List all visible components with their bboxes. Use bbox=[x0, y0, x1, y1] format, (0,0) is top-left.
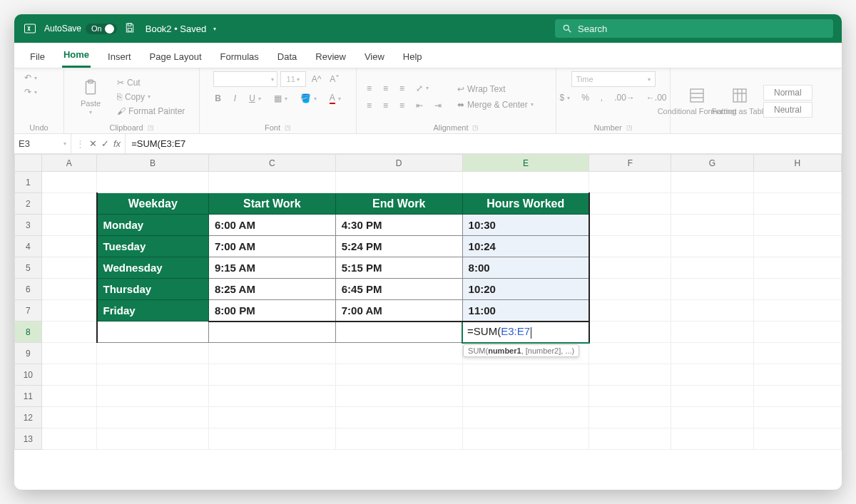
row-header-4[interactable]: 4 bbox=[15, 236, 42, 257]
cell-F4[interactable] bbox=[589, 236, 671, 257]
cell-B3[interactable]: Monday bbox=[97, 215, 209, 236]
cell-H7[interactable] bbox=[753, 300, 842, 322]
search-input[interactable]: Search bbox=[555, 19, 833, 38]
paste-button[interactable]: Paste ▾ bbox=[71, 76, 110, 117]
cell-E11[interactable] bbox=[462, 386, 589, 407]
cell-E2[interactable]: Hours Worked bbox=[462, 193, 589, 215]
align-top-icon[interactable]: ≡ bbox=[364, 82, 374, 95]
row-header-2[interactable]: 2 bbox=[15, 193, 42, 215]
row-header-3[interactable]: 3 bbox=[15, 215, 42, 236]
decrease-font-icon[interactable]: A˅ bbox=[327, 73, 342, 86]
cell-H10[interactable] bbox=[753, 364, 842, 386]
accounting-format-icon[interactable]: $▾ bbox=[556, 91, 573, 104]
cell-B10[interactable] bbox=[97, 364, 209, 386]
cell-A8[interactable] bbox=[41, 322, 96, 343]
cell-G2[interactable] bbox=[671, 193, 753, 215]
font-size-select[interactable]: 11▾ bbox=[280, 71, 306, 87]
col-header-C[interactable]: C bbox=[208, 155, 335, 172]
select-all-corner[interactable] bbox=[15, 155, 42, 172]
cell-B12[interactable] bbox=[97, 407, 209, 428]
cell-B4[interactable]: Tuesday bbox=[97, 236, 209, 257]
increase-font-icon[interactable]: A^ bbox=[309, 73, 325, 86]
row-header-9[interactable]: 9 bbox=[15, 343, 42, 364]
col-header-B[interactable]: B bbox=[97, 155, 209, 172]
cell-H8[interactable] bbox=[753, 322, 842, 343]
style-normal[interactable]: Normal bbox=[763, 85, 812, 101]
cell-H9[interactable] bbox=[753, 343, 842, 364]
cell-G4[interactable] bbox=[671, 236, 753, 257]
cell-B9[interactable] bbox=[97, 343, 209, 364]
cell-F13[interactable] bbox=[589, 428, 671, 450]
cell-F2[interactable] bbox=[589, 193, 671, 215]
enter-formula-icon[interactable]: ✓ bbox=[101, 138, 109, 149]
wrap-text-button[interactable]: ↩Wrap Text bbox=[454, 83, 536, 96]
row-header-7[interactable]: 7 bbox=[15, 300, 42, 322]
name-box[interactable]: E3▾ bbox=[14, 134, 71, 153]
bold-button[interactable]: B bbox=[212, 92, 224, 105]
save-icon[interactable] bbox=[124, 22, 136, 36]
col-header-F[interactable]: F bbox=[589, 155, 671, 172]
cell-A6[interactable] bbox=[41, 279, 96, 300]
cell-D2[interactable]: End Work bbox=[335, 193, 462, 215]
align-center-icon[interactable]: ≡ bbox=[380, 99, 391, 112]
cell-F11[interactable] bbox=[589, 386, 671, 407]
font-name-select[interactable]: ▾ bbox=[213, 71, 277, 87]
cell-H5[interactable] bbox=[753, 257, 842, 279]
cell-H2[interactable] bbox=[753, 193, 842, 215]
cell-A9[interactable] bbox=[41, 343, 96, 364]
col-header-E[interactable]: E bbox=[462, 155, 589, 172]
cell-H1[interactable] bbox=[753, 172, 842, 193]
cell-B1[interactable] bbox=[97, 172, 209, 193]
cell-A1[interactable] bbox=[41, 172, 96, 193]
formula-input[interactable]: =SUM(E3:E7 bbox=[126, 134, 842, 153]
redo-button[interactable]: ↷▾ bbox=[21, 86, 40, 98]
cell-F6[interactable] bbox=[589, 279, 671, 300]
cell-B7[interactable]: Friday bbox=[97, 300, 209, 322]
tab-home[interactable]: Home bbox=[62, 43, 91, 68]
tab-formulas[interactable]: Formulas bbox=[219, 46, 260, 68]
cell-C2[interactable]: Start Work bbox=[208, 193, 335, 215]
row-header-1[interactable]: 1 bbox=[15, 172, 42, 193]
cut-button[interactable]: ✂Cut bbox=[114, 76, 188, 89]
cell-A12[interactable] bbox=[41, 407, 96, 428]
copy-button[interactable]: ⎘Copy▾ bbox=[114, 91, 188, 103]
cell-G12[interactable] bbox=[671, 407, 753, 428]
cell-B13[interactable] bbox=[97, 428, 209, 450]
cell-A2[interactable] bbox=[41, 193, 96, 215]
tab-file[interactable]: File bbox=[29, 46, 46, 68]
autosave-toggle[interactable]: AutoSave On bbox=[44, 24, 117, 34]
cell-B11[interactable] bbox=[97, 386, 209, 407]
fx-icon[interactable]: fx bbox=[113, 138, 121, 149]
align-bottom-icon[interactable]: ≡ bbox=[397, 82, 407, 95]
cell-A11[interactable] bbox=[41, 386, 96, 407]
col-header-D[interactable]: D bbox=[335, 155, 462, 172]
col-header-A[interactable]: A bbox=[41, 155, 96, 172]
increase-indent-icon[interactable]: ⇥ bbox=[432, 99, 444, 112]
number-format-select[interactable]: Time▾ bbox=[571, 71, 656, 87]
decrease-indent-icon[interactable]: ⇤ bbox=[413, 99, 426, 112]
cell-E7[interactable]: 11:00 bbox=[462, 300, 589, 322]
cell-A10[interactable] bbox=[41, 364, 96, 386]
cell-F12[interactable] bbox=[589, 407, 671, 428]
cell-G8[interactable] bbox=[671, 322, 753, 343]
cell-G5[interactable] bbox=[671, 257, 753, 279]
cell-E3[interactable]: 10:30 bbox=[462, 215, 589, 236]
col-header-G[interactable]: G bbox=[671, 155, 753, 172]
cell-D10[interactable] bbox=[335, 364, 462, 386]
tab-review[interactable]: Review bbox=[314, 46, 347, 68]
cell-F1[interactable] bbox=[589, 172, 671, 193]
spreadsheet-grid[interactable]: ABCDEFGH12WeekdayStart WorkEnd WorkHours… bbox=[14, 154, 842, 490]
align-middle-icon[interactable]: ≡ bbox=[380, 82, 391, 95]
tab-view[interactable]: View bbox=[363, 46, 386, 68]
underline-button[interactable]: U▾ bbox=[246, 92, 264, 105]
cell-B5[interactable]: Wednesday bbox=[97, 257, 209, 279]
cell-C8[interactable] bbox=[208, 322, 335, 343]
cell-C4[interactable]: 7:00 AM bbox=[208, 236, 335, 257]
cell-G9[interactable] bbox=[671, 343, 753, 364]
align-left-icon[interactable]: ≡ bbox=[364, 99, 374, 112]
italic-button[interactable]: I bbox=[231, 92, 239, 105]
cell-G7[interactable] bbox=[671, 300, 753, 322]
cell-E5[interactable]: 8:00 bbox=[462, 257, 589, 279]
cell-G11[interactable] bbox=[671, 386, 753, 407]
cell-A13[interactable] bbox=[41, 428, 96, 450]
